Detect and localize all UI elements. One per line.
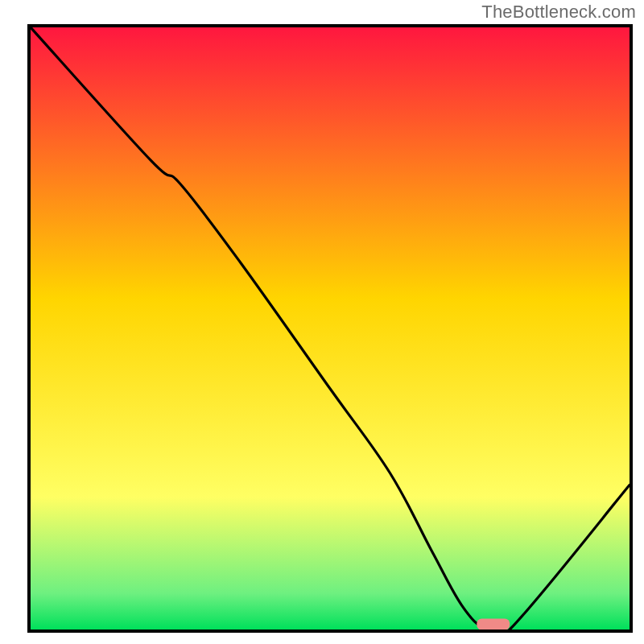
- minimum-marker: [477, 619, 510, 630]
- watermark-text: TheBottleneck.com: [481, 2, 636, 23]
- chart-svg: [31, 27, 630, 630]
- chart-frame: TheBottleneck.com: [0, 0, 644, 644]
- gradient-background: [31, 27, 630, 630]
- chart-plot-area: [27, 24, 633, 633]
